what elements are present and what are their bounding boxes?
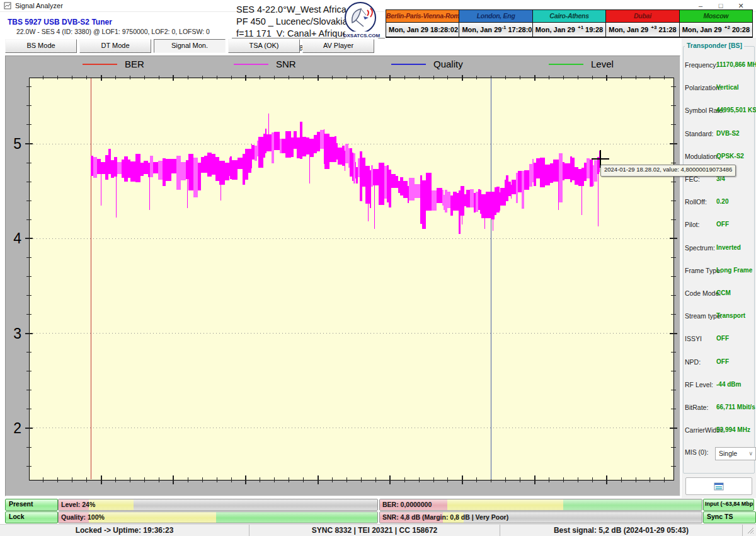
app-icon [4,2,11,9]
tp-value-2: 44995,501 KS/s [716,107,756,114]
signal-plot[interactable]: 2345 [6,56,680,496]
clock-utc-offset: +3 [651,25,656,30]
playlist-icon [714,482,724,491]
transponder-sidebar: Transponder [BS] Frequency:11170,866 MHz… [682,38,756,498]
tp-label-7: Pilot: [685,221,699,228]
tp-value-13: OFF [716,358,729,365]
legend-item-level: Level [549,59,614,69]
resize-grip-icon[interactable] [747,527,755,535]
tab-tsa-ok-[interactable]: TSA (OK) [228,39,300,53]
chart-tooltip: 2024-01-29 18.28.02, value: 4,8000001907… [600,165,736,177]
clock-datetime: Mon, Jan 29+321:28 [606,23,679,37]
quality-bar: Quality: 100% [58,511,378,523]
clock-time-value: 20:28 [732,26,750,33]
clock-datetime: Mon, Jan 29-117:28:02 [459,23,532,37]
tab-av-player[interactable]: AV Player [302,39,374,53]
tp-value-15: 66,711 Mbit/s [716,404,755,411]
tp-label-6: RollOff: [685,198,707,206]
bar-segment [216,512,377,523]
tp-label-0: Frequency: [685,61,718,69]
clock-4: MoscowMon, Jan 29+220:28 [680,10,752,37]
chart-panel[interactable]: 2345 BERSNRQualityLevel [5,55,680,496]
world-clock-strip: Berlin-Paris-Vienna-RomaMon, Jan 2918:28… [386,9,753,38]
quality-bar-label: Quality: 100% [61,512,105,522]
clock-city: Cairo-Athens [533,10,605,23]
bar-segment [447,499,563,510]
bar-segment [89,512,216,523]
clock-city: Dubai [606,10,679,23]
tp-label-8: Spectrum: [685,244,715,252]
svg-text:5: 5 [13,136,21,152]
tp-label-10: Code Mode: [685,289,721,297]
chart-legend: BERSNRQualityLevel [6,59,680,73]
tab-dt-mode[interactable]: DT Mode [79,39,151,53]
tp-value-9: Long Frame [716,267,752,274]
legend-line-swatch [234,64,268,65]
device-details: 22.0W - SES 4 (ID: 3380) @ LOF1: 9750000… [16,28,210,35]
lock-button[interactable]: Lock [5,511,58,523]
tp-value-0: 11170,866 MHz [716,61,756,68]
mis-dropdown[interactable]: Single ∨ [715,447,756,460]
input-button[interactable]: Input (~63,84 Mbps) [703,499,754,511]
tp-label-13: NPD: [685,358,701,366]
legend-line-swatch [391,64,426,65]
clock-city: Berlin-Paris-Vienna-Roma [386,10,459,23]
tp-value-14: -44 dBm [716,381,741,388]
device-name: TBS 5927 USB DVB-S2 Tuner [8,18,112,26]
clock-3: DubaiMon, Jan 29+321:28 [606,10,679,37]
transponder-title: Transponder [BS] [685,42,744,49]
tp-value-8: Inverted [716,244,741,251]
bar-segment [89,499,134,510]
legend-label: Level [591,59,614,69]
tab-bs-mode[interactable]: BS Mode [5,39,77,53]
present-button[interactable]: Present [5,499,58,511]
dxsatcs-logo: DXSATCS.COM [342,1,381,40]
legend-line-swatch [83,64,117,65]
clock-time-value: 19:28 [585,26,603,33]
logo-text: DXSATCS.COM [343,33,381,38]
window-title: Signal Analyzer [15,2,63,9]
tp-label-3: Standard: [685,130,714,137]
mode-tabs: BS ModeDT ModeSignal Mon.TSA (OK)AV Play… [5,39,374,52]
satellite-dish-icon: DXSATCS.COM [342,1,381,40]
tp-value-3: DVB-S2 [716,130,740,137]
clock-1: London, EngMon, Jan 29-117:28:02 [459,10,532,37]
clock-datetime: Mon, Jan 29+119:28 [533,23,605,37]
tp-label-12: ISSYI [685,335,702,342]
snr-bar-label: SNR: 4,8 dB (Margin: 0,8 dB | Very Poor) [382,512,508,522]
tp-value-11: Transport [716,312,745,319]
tp-value-4: QPSK-S2 [716,153,744,160]
legend-item-ber: BER [83,59,144,69]
status-best-signal: Best signal: 5,2 dB (2024-01-29 05:43) [500,525,743,536]
legend-label: SNR [276,59,296,69]
svg-text:3: 3 [13,325,21,342]
clock-utc-offset: +1 [578,25,583,30]
clock-date: Mon, Jan 29 [462,26,501,33]
clock-date: Mon, Jan 29 [609,26,651,33]
legend-item-snr: SNR [234,59,296,69]
tp-value-1: Vertical [716,84,739,91]
ts-list-button[interactable] [685,477,752,495]
tab-signal-mon-[interactable]: Signal Mon. [154,39,226,53]
tp-value-12: OFF [716,335,729,342]
legend-line-swatch [549,64,583,65]
tp-value-6: 0.20 [716,198,728,205]
snr-bar: SNR: 4,8 dB (Margin: 0,8 dB | Very Poor) [379,511,702,523]
ber-bar: BER: 0,0000000 [379,499,702,511]
sync-ts-button[interactable]: Sync TS [703,511,756,523]
level-bar: Level: 24% [58,499,378,511]
bar-segment [563,499,702,510]
legend-item-quality: Quality [391,59,463,69]
level-bar-label: Level: 24% [61,499,95,510]
clock-city: London, Eng [459,10,532,23]
legend-label: Quality [433,59,463,69]
clock-0: Berlin-Paris-Vienna-RomaMon, Jan 2918:28… [386,10,459,37]
tp-value-7: OFF [716,221,729,228]
clock-2: Cairo-AthensMon, Jan 29+119:28 [533,10,606,37]
ber-bar-label: BER: 0,0000000 [382,499,432,510]
legend-label: BER [125,59,144,69]
clock-time-value: 21:28 [658,26,676,33]
tp-value-16: 53,994 MHz [716,426,750,433]
mis-value: Single [719,450,737,457]
clock-datetime: Mon, Jan 2918:28:02 [386,23,459,37]
